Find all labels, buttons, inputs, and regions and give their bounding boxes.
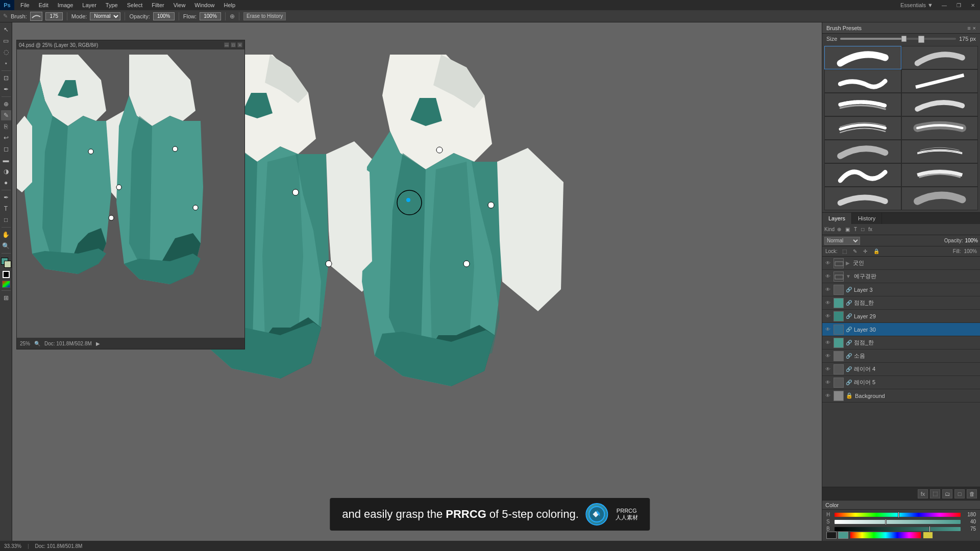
mini-win-minimize[interactable]: —	[224, 42, 229, 47]
brush-size-slider[interactable]	[840, 38, 956, 40]
text-tool[interactable]: T	[1, 204, 11, 214]
blend-mode-select[interactable]: Normal	[824, 237, 860, 245]
layer-eye-3[interactable]: 👁	[824, 286, 831, 293]
history-brush-tool[interactable]: ↩	[1, 133, 11, 143]
hue-thumb[interactable]	[898, 512, 899, 518]
brush-item-4[interactable]	[901, 69, 978, 93]
brush-item-1[interactable]	[824, 46, 901, 69]
layer-eye-9[interactable]: 👁	[824, 366, 831, 373]
lock-image[interactable]: ✎	[851, 247, 859, 255]
hand-tool[interactable]: ✋	[1, 230, 11, 240]
layer-eye-2[interactable]: 👁	[824, 273, 831, 280]
color-picker[interactable]	[1, 258, 11, 269]
menu-image[interactable]: Image	[54, 1, 78, 9]
layer-kind-effect[interactable]: fx	[867, 226, 874, 233]
menu-filter[interactable]: Filter	[148, 1, 168, 9]
layer-row-6[interactable]: 👁 🔗 Layer 30	[822, 323, 980, 336]
magic-wand-tool[interactable]: ⋆	[1, 58, 11, 68]
healing-tool[interactable]: ⊕	[1, 99, 11, 109]
brush-item-10[interactable]	[901, 140, 978, 163]
dodge-tool[interactable]: ●	[1, 178, 11, 188]
layer-kind-pixel[interactable]: ▣	[844, 226, 851, 233]
brush-item-11[interactable]	[824, 163, 901, 187]
brush-presets-close[interactable]: ×	[973, 25, 976, 31]
background-color[interactable]	[4, 261, 11, 268]
brush-item-9[interactable]	[824, 140, 901, 163]
lock-all[interactable]: 🔒	[872, 247, 881, 255]
brush-item-2[interactable]	[901, 46, 978, 69]
clone-tool[interactable]: ⎘	[1, 121, 11, 132]
essentials-badge[interactable]: Essentials ▼	[896, 0, 937, 10]
maximize-btn[interactable]: ❐	[951, 0, 966, 10]
bright-thumb[interactable]	[929, 526, 930, 532]
brush-item-6[interactable]	[901, 93, 978, 116]
eyedropper-tool[interactable]: ✒	[1, 84, 11, 94]
menu-type[interactable]: Type	[102, 1, 122, 9]
brush-size-thumb[interactable]	[901, 36, 906, 42]
brush-item-7[interactable]	[824, 116, 901, 140]
layer-eye-4[interactable]: 👁	[824, 299, 831, 307]
erase-to-history-btn[interactable]: Erase to History	[243, 12, 286, 20]
menu-layer[interactable]: Layer	[78, 1, 101, 9]
brush-item-8[interactable]	[901, 116, 978, 140]
brush-presets-header[interactable]: Brush Presets ≡ ×	[822, 22, 980, 34]
brush-item-14[interactable]	[901, 187, 978, 210]
tab-history[interactable]: History	[852, 213, 882, 224]
brush-tool[interactable]: ✎	[1, 110, 11, 120]
layer-row-1[interactable]: 👁 ▶ 굿인	[822, 257, 980, 270]
brush-presets-collapse[interactable]: ≡	[967, 25, 970, 31]
select-rect-tool[interactable]: ▭	[1, 36, 11, 46]
bright-track[interactable]	[835, 527, 961, 531]
screen-mode-btn[interactable]: ⊞	[1, 293, 11, 303]
layer-row-9[interactable]: 👁 🔗 레이어 4	[822, 363, 980, 376]
default-colors[interactable]	[3, 271, 10, 278]
layer-eye-7[interactable]: 👁	[824, 339, 831, 346]
menu-window[interactable]: Window	[190, 1, 218, 9]
close-btn[interactable]: ✕	[966, 0, 980, 10]
flow-input[interactable]	[200, 12, 221, 20]
layer-eye-5[interactable]: 👁	[824, 313, 831, 320]
menu-select[interactable]: Select	[123, 1, 147, 9]
brush-size-input[interactable]	[45, 12, 63, 20]
eraser-tool[interactable]: ◻	[1, 144, 11, 154]
sat-track[interactable]	[835, 520, 961, 524]
layer-eye-8[interactable]: 👁	[824, 353, 831, 360]
zoom-tool[interactable]: 🔍	[1, 241, 11, 251]
blur-tool[interactable]: ◑	[1, 166, 11, 177]
lock-position[interactable]: ✛	[862, 247, 869, 255]
menu-file[interactable]: File	[16, 1, 34, 9]
layer-kind-all[interactable]: ⊕	[836, 226, 843, 233]
layer-row-7[interactable]: 👁 🔗 점점_한	[822, 336, 980, 349]
layer-row-4[interactable]: 👁 🔗 점점_한	[822, 296, 980, 310]
add-style-btn[interactable]: fx	[918, 489, 928, 498]
delete-layer-btn[interactable]: 🗑	[967, 489, 977, 498]
layer-row-8[interactable]: 👁 🔗 소음	[822, 349, 980, 363]
new-group-btn[interactable]: 🗂	[942, 489, 952, 498]
layer-eye-1[interactable]: 👁	[824, 260, 831, 267]
mode-select[interactable]: Normal	[90, 12, 120, 20]
layer-eye-6[interactable]: 👁	[824, 326, 831, 333]
layer-row-2[interactable]: 👁 ▼ 에구경판	[822, 270, 980, 283]
opacity-input[interactable]	[153, 12, 175, 20]
layer-eye-10[interactable]: 👁	[824, 379, 831, 386]
add-mask-btn[interactable]: ⬚	[930, 489, 940, 498]
pen-tool[interactable]: ✒	[1, 192, 11, 203]
brush-item-12[interactable]	[901, 163, 978, 187]
new-layer-btn[interactable]: □	[954, 489, 965, 498]
quick-mask-btn[interactable]	[2, 281, 10, 288]
sat-thumb[interactable]	[885, 519, 887, 525]
hue-track[interactable]	[835, 513, 961, 517]
move-tool[interactable]: ↖	[1, 24, 11, 35]
brush-item-5[interactable]	[824, 93, 901, 116]
tab-layers[interactable]: Layers	[822, 213, 852, 224]
menu-view[interactable]: View	[169, 1, 190, 9]
menu-edit[interactable]: Edit	[35, 1, 53, 9]
layer-eye-11[interactable]: 👁	[824, 392, 831, 399]
crop-tool[interactable]: ⊡	[1, 73, 11, 83]
menu-help[interactable]: Help	[219, 1, 239, 9]
layer-kind-text[interactable]: T	[852, 226, 859, 233]
brush-picker[interactable]	[30, 12, 42, 21]
layer-kind-shape[interactable]: □	[860, 226, 866, 233]
color-panel-header[interactable]: Color	[822, 500, 980, 510]
lasso-tool[interactable]: ◌	[1, 47, 11, 57]
